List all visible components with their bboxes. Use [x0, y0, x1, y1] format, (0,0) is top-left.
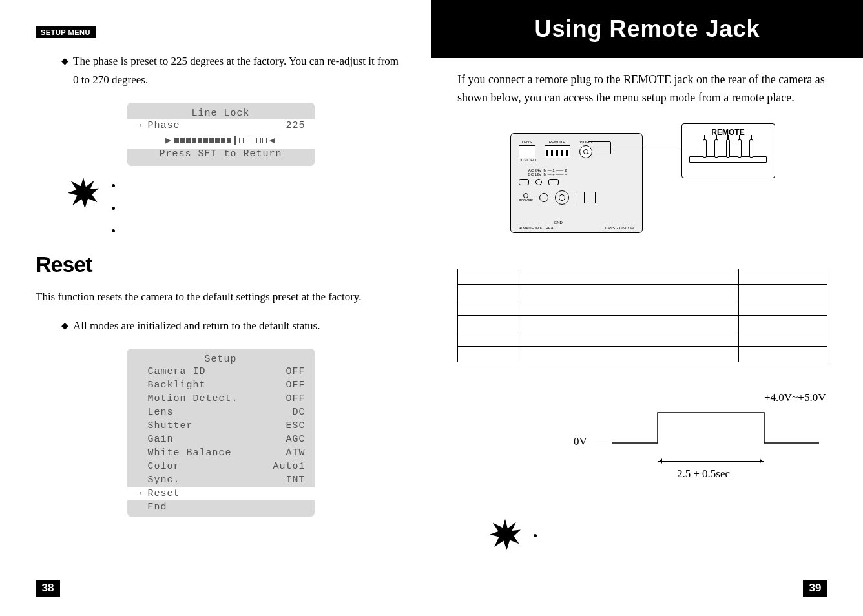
- slider-thumb-icon: [234, 136, 236, 145]
- starburst-icon: [68, 178, 99, 209]
- note-block-right: [490, 519, 827, 550]
- setup-row: Motion Detect.OFF: [127, 392, 315, 406]
- slider-left-arrow-icon: ▶: [165, 134, 172, 147]
- made-label: MADE IN KOREA: [523, 226, 554, 230]
- note-bullet-icon: [534, 534, 537, 537]
- setup-row-label: Color: [148, 461, 273, 472]
- setup-row: LensDC: [127, 406, 315, 419]
- spec-table: [457, 269, 827, 362]
- high-voltage-label: +4.0V~+5.0V: [764, 391, 826, 404]
- timing-diagram: 0V +4.0V~+5.0V 2.5 ± 0.5sec: [457, 391, 827, 508]
- setup-row-label: Camera ID: [148, 366, 286, 377]
- note-block: [68, 178, 406, 232]
- gnd-label: GND: [554, 221, 563, 225]
- setup-row-value: INT: [286, 475, 305, 486]
- line-lock-panel: Line Lock → Phase 225 ▶ ◀ Press SET to R…: [127, 103, 315, 166]
- setup-row-label: Motion Detect.: [148, 393, 286, 404]
- phase-slider: ▶ ◀: [127, 132, 315, 149]
- setup-row: Sync.INT: [127, 473, 315, 487]
- note-bullet-icon: [112, 229, 115, 232]
- end-row-label: End: [148, 502, 306, 513]
- table-row: [458, 269, 827, 284]
- connector-pin-icon: [703, 139, 707, 158]
- setup-row-label: Sync.: [148, 475, 286, 486]
- leader-line: [594, 442, 614, 442]
- setup-panel: Setup Camera IDOFFBacklightOFFMotion Det…: [127, 349, 315, 517]
- duration-arrow: [658, 461, 764, 462]
- selector-arrow-icon: →: [136, 120, 148, 131]
- setup-row-value: Auto1: [273, 461, 305, 472]
- reset-row-label: Reset: [148, 488, 306, 499]
- setup-row-value: ESC: [286, 420, 305, 431]
- reset-paragraph: This function resets the camera to the d…: [36, 289, 406, 305]
- table-row: [458, 284, 827, 300]
- dcv-label: DC 12V IN: [528, 172, 546, 176]
- phase-bullet-text: The phase is preset to 225 degrees at th…: [73, 52, 406, 90]
- setup-row: Camera IDOFF: [127, 365, 315, 378]
- selector-arrow-icon: →: [136, 488, 148, 499]
- bullet-diamond-icon: ◆: [61, 52, 73, 70]
- lens-label: LENS: [519, 140, 535, 144]
- setup-row-label: White Balance: [148, 447, 286, 458]
- table-row: [458, 346, 827, 362]
- page-title: Using Remote Jack: [432, 0, 863, 58]
- table-row: [458, 331, 827, 346]
- zero-voltage-label: 0V: [574, 435, 587, 448]
- remote-jack-diagram: LENS DCVIDEO REMOTE VIDEO: [510, 123, 775, 243]
- reset-row: → Reset: [127, 487, 315, 500]
- connector-pin-icon: [749, 139, 753, 158]
- setup-row-label: Shutter: [148, 420, 286, 431]
- setup-row-label: Lens: [148, 407, 293, 418]
- note-bullet-icon: [112, 207, 115, 210]
- setup-row-value: ATW: [286, 447, 305, 458]
- setup-row-value: DC: [292, 407, 305, 418]
- reset-bullet-text: All modes are initialized and return to …: [73, 317, 320, 336]
- setup-row: White BalanceATW: [127, 446, 315, 460]
- bullet-diamond-icon: ◆: [61, 317, 73, 335]
- page-number-right: 39: [803, 580, 827, 597]
- setup-row: ColorAuto1: [127, 460, 315, 473]
- pulse-duration-label: 2.5 ± 0.5sec: [677, 467, 730, 480]
- end-row: End: [127, 500, 315, 514]
- reset-bullet: ◆ All modes are initialized and return t…: [61, 317, 406, 336]
- connector-pin-icon: [738, 139, 742, 158]
- setup-row: ShutterESC: [127, 419, 315, 433]
- reset-heading: Reset: [36, 252, 406, 277]
- setup-row: BacklightOFF: [127, 378, 315, 392]
- remote-connector-zoom: REMOTE: [681, 123, 775, 178]
- connector-pin-icon: [714, 139, 718, 158]
- setup-row: GainAGC: [127, 433, 315, 446]
- dc-label: DC: [519, 158, 525, 162]
- remote-highlight-box: [588, 141, 611, 154]
- slider-right-arrow-icon: ◀: [269, 134, 276, 147]
- pulse-waveform: [612, 411, 819, 462]
- setup-row-label: Gain: [148, 434, 286, 445]
- setup-row-value: OFF: [286, 393, 305, 404]
- intro-paragraph: If you connect a remote plug to the REMO…: [457, 71, 827, 107]
- remote-label: REMOTE: [545, 140, 570, 144]
- setup-title: Setup: [127, 354, 315, 365]
- line-lock-footer: Press SET to Return: [127, 149, 315, 159]
- camera-back-panel: LENS DCVIDEO REMOTE VIDEO: [510, 133, 643, 233]
- setup-row-value: OFF: [286, 366, 305, 377]
- section-tag: SETUP MENU: [36, 26, 96, 38]
- line-lock-title: Line Lock: [127, 108, 315, 119]
- phase-row: → Phase 225: [127, 119, 315, 132]
- note-bullet-icon: [112, 184, 115, 187]
- setup-row-value: OFF: [286, 380, 305, 391]
- table-row: [458, 315, 827, 331]
- phase-bullet: ◆ The phase is preset to 225 degrees at …: [61, 52, 406, 90]
- power-label: POWER: [519, 198, 534, 202]
- phase-label: Phase: [148, 120, 286, 131]
- setup-row-value: AGC: [286, 434, 305, 445]
- setup-row-label: Backlight: [148, 380, 286, 391]
- connector-pin-icon: [726, 139, 730, 158]
- phase-value: 225: [286, 120, 305, 131]
- page-number-left: 38: [36, 580, 60, 597]
- class-label: CLASS 2 ONLY: [603, 226, 630, 230]
- starburst-icon: [490, 519, 521, 550]
- table-row: [458, 300, 827, 315]
